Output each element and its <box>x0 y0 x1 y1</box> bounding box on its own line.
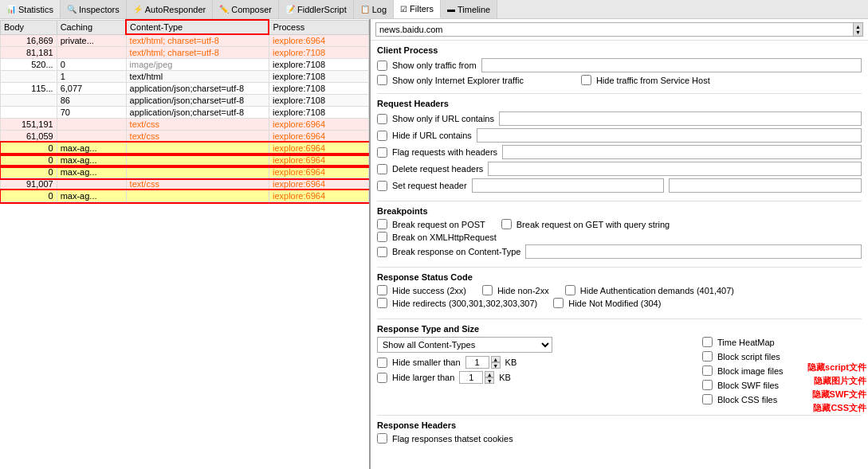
hide-success-checkbox[interactable] <box>377 285 387 295</box>
cell-caching: 1 <box>57 71 126 83</box>
request-headers-section: Request Headers Show only if URL contain… <box>377 99 862 193</box>
response-status-title: Response Status Code <box>377 272 862 282</box>
table-row[interactable]: 0max-ag...iexplore:6964 <box>1 190 369 202</box>
break-xml-checkbox[interactable] <box>377 232 387 242</box>
cell-contenttype: text/html <box>126 71 269 83</box>
time-heatmap-checkbox[interactable] <box>702 337 713 347</box>
col-header-contenttype: Content-Type <box>126 20 269 34</box>
hide-larger-down[interactable]: ▼ <box>485 377 494 384</box>
break-response-checkbox[interactable] <box>377 247 387 257</box>
break-get-checkbox[interactable] <box>501 219 512 229</box>
table-row[interactable]: 151,191text/cssiexplore:6964 <box>1 119 369 131</box>
table-row[interactable]: 70application/json;charset=utf-8iexplore… <box>1 107 369 119</box>
hide-auth-checkbox[interactable] <box>565 285 575 295</box>
cell-contenttype: text/html; charset=utf-8 <box>126 47 269 59</box>
table-row[interactable]: 520...0image/jpegiexplore:7108 <box>1 59 369 71</box>
content-type-select[interactable]: Show all Content-Types <box>377 337 552 353</box>
table-row[interactable]: 81,181text/html; charset=utf-8iexplore:7… <box>1 47 369 59</box>
response-type-left: Show all Content-Types Hide smaller than <box>377 337 686 386</box>
hide-smaller-up[interactable]: ▲ <box>491 356 501 362</box>
session-table: Body Caching Content-Type Process 16,869… <box>0 19 369 202</box>
set-header-checkbox[interactable] <box>377 181 387 191</box>
tab-inspectors[interactable]: 🔍 Inspectors <box>61 0 127 18</box>
hide-non2xx-label: Hide non-2xx <box>497 286 549 295</box>
hide-not-modified-label: Hide Not Modified (304) <box>568 299 661 308</box>
block-swf-checkbox[interactable] <box>702 380 713 390</box>
table-row[interactable]: 0max-ag...iexplore:6964 <box>1 166 369 178</box>
ie-traffic-checkbox[interactable] <box>377 75 387 85</box>
url-scrollbar[interactable]: ▲▼ <box>855 24 861 35</box>
time-heatmap-row: Time HeatMap <box>702 337 862 347</box>
tab-composer[interactable]: ✏️ Composer <box>213 0 279 18</box>
cell-process: iexplore:6964 <box>269 34 368 47</box>
hide-smaller-checkbox[interactable] <box>377 358 387 368</box>
main-area: Body Caching Content-Type Process 16,869… <box>0 19 868 469</box>
hide-redirects-checkbox[interactable] <box>377 298 387 308</box>
table-row[interactable]: 0max-ag...iexplore:6964 <box>1 143 369 154</box>
hide-smaller-value[interactable] <box>465 356 489 369</box>
cell-contenttype <box>126 166 269 178</box>
show-traffic-input[interactable] <box>481 58 862 72</box>
tab-autoresponder[interactable]: ⚡ AutoResponder <box>127 0 213 18</box>
tab-timeline[interactable]: ▬ Timeline <box>441 0 497 18</box>
hide-success-label: Hide success (2xx) <box>392 286 466 295</box>
cell-process: iexplore:7108 <box>269 83 368 95</box>
table-row[interactable]: 16,869private...text/html; charset=utf-8… <box>1 34 369 47</box>
show-url-input[interactable] <box>499 111 862 126</box>
break-response-input[interactable] <box>525 244 862 259</box>
show-traffic-checkbox[interactable] <box>377 61 387 71</box>
cell-process: iexplore:7108 <box>269 47 368 59</box>
hide-larger-value[interactable] <box>459 371 483 384</box>
block-script-label: Block script files <box>717 352 780 362</box>
tab-filters[interactable]: ☑ Filters <box>394 0 441 18</box>
hide-larger-up[interactable]: ▲ <box>485 371 494 377</box>
flag-cookies-checkbox[interactable] <box>377 433 387 444</box>
hide-url-input[interactable] <box>477 128 862 143</box>
delete-headers-input[interactable] <box>488 162 862 176</box>
response-headers-title: Response Headers <box>377 420 862 430</box>
table-row[interactable]: 115...6,077application/json;charset=utf-… <box>1 83 369 95</box>
hide-non2xx-checkbox[interactable] <box>482 285 493 295</box>
cell-contenttype <box>126 154 269 166</box>
time-heatmap-label: Time HeatMap <box>717 338 775 347</box>
tab-statistics[interactable]: 📊 Statistics <box>0 0 61 18</box>
hide-redirects-label: Hide redirects (300,301,302,303,307) <box>392 299 537 308</box>
tab-fiddlerscript[interactable]: 📝 FiddlerScript <box>279 0 354 18</box>
break-post-checkbox[interactable] <box>377 219 387 229</box>
block-script-checkbox[interactable] <box>702 351 713 362</box>
cell-process: iexplore:7108 <box>269 107 368 119</box>
table-row[interactable]: 91,007text/cssiexplore:6964 <box>1 178 369 190</box>
table-row[interactable]: 1text/htmliexplore:7108 <box>1 71 369 83</box>
response-type-right: Time HeatMap Block script files Block im… <box>702 337 862 407</box>
table-row[interactable]: 61,059text/cssiexplore:6964 <box>1 131 369 143</box>
flag-cookies-row: Flag responses thatset cookies <box>377 433 862 444</box>
block-css-label: Block CSS files <box>717 395 777 405</box>
block-css-checkbox[interactable] <box>702 394 713 405</box>
block-image-checkbox[interactable] <box>702 365 713 376</box>
flag-requests-input[interactable] <box>502 145 862 159</box>
cell-caching: max-ag... <box>57 154 126 166</box>
table-row[interactable]: 0max-ag...iexplore:6964 <box>1 154 369 166</box>
hide-smaller-down[interactable]: ▼ <box>491 362 501 369</box>
hide-smaller-row: Hide smaller than ▲ ▼ KB <box>377 356 686 369</box>
set-header-value-input[interactable] <box>669 178 862 193</box>
hide-url-label: Hide if URL contains <box>392 131 472 140</box>
hide-larger-checkbox[interactable] <box>377 373 387 383</box>
cell-body: 0 <box>1 190 57 202</box>
cell-body: 115... <box>1 83 57 95</box>
client-process-title: Client Process <box>377 45 862 55</box>
timeline-icon: ▬ <box>447 5 455 14</box>
cell-body <box>1 95 57 107</box>
set-header-name-input[interactable] <box>472 178 665 193</box>
hide-service-host-checkbox[interactable] <box>581 75 591 85</box>
left-panel: Body Caching Content-Type Process 16,869… <box>0 19 371 469</box>
flag-requests-checkbox[interactable] <box>377 147 387 158</box>
table-row[interactable]: 86application/json;charset=utf-8iexplore… <box>1 95 369 107</box>
delete-headers-checkbox[interactable] <box>377 164 387 174</box>
hide-not-modified-checkbox[interactable] <box>553 298 564 308</box>
hide-service-host-label: Hide traffic from Service Host <box>596 76 710 85</box>
tab-log[interactable]: 📋 Log <box>354 0 394 18</box>
cell-body: 0 <box>1 154 57 166</box>
hide-url-checkbox[interactable] <box>377 131 387 141</box>
show-url-checkbox[interactable] <box>377 114 387 124</box>
